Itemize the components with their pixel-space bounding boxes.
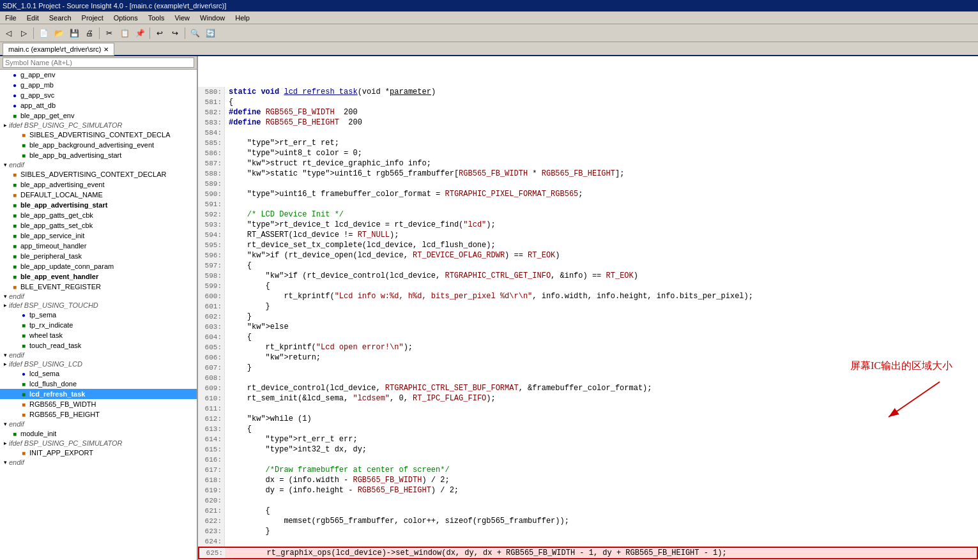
- code-line-621: 621: {: [198, 506, 978, 516]
- tree-item-touch_read_task[interactable]: ■touch_read_task: [0, 340, 197, 351]
- cut-button[interactable]: ✂: [102, 26, 116, 40]
- tree-expander-endif1[interactable]: ▾: [1, 161, 9, 169]
- paste-button[interactable]: 📌: [133, 26, 147, 40]
- tree-expander-endif2[interactable]: ▾: [1, 292, 9, 300]
- tree-item-ifdef_lcd[interactable]: ▸ifdef BSP_USING_LCD: [0, 359, 197, 368]
- search-button[interactable]: 🔍: [188, 26, 202, 40]
- tree-label-endif2: endif: [9, 292, 24, 300]
- tree-item-RGB565_FB_HEIGHT[interactable]: ■RGB565_FB_HEIGHT: [0, 409, 197, 420]
- tree-item-DEFAULT_LOCAL_NAME[interactable]: ■DEFAULT_LOCAL_NAME: [0, 190, 197, 200]
- tree-item-ble_app_get_env[interactable]: ■ble_app_get_env: [0, 110, 197, 121]
- tree-item-ble_peripheral_task[interactable]: ■ble_peripheral_task: [0, 251, 197, 261]
- forward-button[interactable]: ▷: [17, 26, 31, 40]
- menu-window[interactable]: Window: [197, 13, 227, 22]
- tree-item-ifdef_touchd[interactable]: ▸ifdef BSP_USING_TOUCHD: [0, 301, 197, 310]
- tree-item-SIBLES_ADVERTISING_CONTEXT_DECLAR[interactable]: ■SIBLES_ADVERTISING_CONTEXT_DECLAR: [0, 169, 197, 179]
- tree-item-ble_app_advertising_event[interactable]: ■ble_app_advertising_event: [0, 179, 197, 190]
- tree-label-g_app_env: g_app_env: [20, 71, 55, 79]
- tree-label-ble_app_gatts_set_cbk: ble_app_gatts_set_cbk: [20, 222, 93, 229]
- tree-item-lcd_refresh_task[interactable]: ■lcd_refresh_task: [0, 389, 197, 399]
- line-content-615: "type">int32_t dx, dy;: [225, 444, 978, 455]
- tree-item-ble_app_gatts_get_cbk[interactable]: ■ble_app_gatts_get_cbk: [0, 210, 197, 220]
- new-button[interactable]: 📄: [36, 26, 50, 40]
- tree-item-endif3[interactable]: ▾endif: [0, 351, 197, 359]
- left-panel: ●g_app_env●g_app_mb●g_app_svc●app_att_db…: [0, 56, 198, 560]
- tree-expander-ifdef_pc2[interactable]: ▸: [1, 439, 9, 447]
- code-line-602: 602: }: [198, 312, 978, 322]
- tree-item-tp_rx_indicate[interactable]: ■tp_rx_indicate: [0, 320, 197, 330]
- menu-search[interactable]: Search: [47, 13, 74, 22]
- code-panel[interactable]: 580:static void lcd_refresh_task(void *p…: [198, 56, 978, 560]
- tree-item-lcd_sema[interactable]: ●lcd_sema: [0, 368, 197, 379]
- tree-item-lcd_flush_done[interactable]: ■lcd_flush_done: [0, 379, 197, 389]
- tree-item-INIT_APP_EXPORT[interactable]: ■INIT_APP_EXPORT: [0, 448, 197, 458]
- tree-item-SIBLES_ADVERTISING_CONTEXT_DECLA1[interactable]: ■SIBLES_ADVERTISING_CONTEXT_DECLA: [0, 130, 197, 140]
- tree-icon-SIBLES_ADVERTISING_CONTEXT_DECLA1: ■: [19, 130, 28, 139]
- menu-file[interactable]: File: [3, 13, 19, 22]
- line-content-608: [225, 373, 978, 383]
- code-line-601: 601: }: [198, 301, 978, 312]
- tree-item-endif5[interactable]: ▾endif: [0, 458, 197, 467]
- tree-label-endif3: endif: [9, 351, 24, 359]
- tree-item-wheel_task[interactable]: ■wheel task: [0, 330, 197, 340]
- tree-icon-touch_read_task: ■: [19, 341, 28, 350]
- save-button[interactable]: 💾: [67, 26, 81, 40]
- tab-close-button[interactable]: ✕: [103, 46, 109, 53]
- tree-expander-endif3[interactable]: ▾: [1, 351, 9, 359]
- tree-item-ble_app_bg_advertising_start[interactable]: ■ble_app_bg_advertising_start: [0, 150, 197, 160]
- symbol-search-input[interactable]: [3, 57, 194, 68]
- open-button[interactable]: 📂: [52, 26, 66, 40]
- line-number-594: 594:: [198, 230, 225, 240]
- tree-item-ifdef_pc2[interactable]: ▸ifdef BSP_USING_PC_SIMULATOR: [0, 439, 197, 448]
- tree-item-BLE_EVENT_REGISTER[interactable]: ■BLE_EVENT_REGISTER: [0, 282, 197, 292]
- code-line-596: 596: "kw">if (rt_device_open(lcd_device,…: [198, 250, 978, 261]
- menu-edit[interactable]: Edit: [24, 13, 42, 22]
- tree-expander-endif4[interactable]: ▾: [1, 420, 9, 428]
- tree-icon-RGB565_FB_WIDTH: ■: [19, 400, 28, 409]
- tree-item-endif1[interactable]: ▾endif: [0, 160, 197, 169]
- undo-button[interactable]: ↩: [153, 26, 167, 40]
- line-number-590: 590:: [198, 189, 225, 199]
- menu-project[interactable]: Project: [79, 13, 106, 22]
- tree-item-ble_app_advertising_start[interactable]: ■ble_app_advertising_start: [0, 200, 197, 210]
- tree-expander-endif5[interactable]: ▾: [1, 458, 9, 466]
- tree-item-endif2[interactable]: ▾endif: [0, 292, 197, 301]
- tree-item-g_app_env[interactable]: ●g_app_env: [0, 70, 197, 80]
- tree-icon-lcd_flush_done: ■: [19, 379, 28, 388]
- redo-button[interactable]: ↪: [168, 26, 182, 40]
- tree-item-app_att_db[interactable]: ●app_att_db: [0, 100, 197, 110]
- tree-item-RGB565_FB_WIDTH[interactable]: ■RGB565_FB_WIDTH: [0, 399, 197, 409]
- tree-item-ifdef_bsp1[interactable]: ▸ifdef BSP_USING_PC_SIMULATOR: [0, 121, 197, 130]
- menu-options[interactable]: Options: [111, 13, 141, 22]
- tree-item-ble_app_event_handler[interactable]: ■ble_app_event_handler: [0, 271, 197, 282]
- tree-expander-ifdef_bsp1[interactable]: ▸: [1, 121, 9, 129]
- tree-expander-ifdef_lcd[interactable]: ▸: [1, 360, 9, 368]
- code-line-594: 594: RT_ASSERT(lcd_device != RT_NULL);: [198, 230, 978, 240]
- line-number-600: 600:: [198, 291, 225, 301]
- back-button[interactable]: ◁: [1, 26, 15, 40]
- menu-help[interactable]: Help: [233, 13, 252, 22]
- copy-button[interactable]: 📋: [118, 26, 132, 40]
- tree-item-g_app_svc[interactable]: ●g_app_svc: [0, 90, 197, 100]
- tree-expander-ifdef_touchd[interactable]: ▸: [1, 301, 9, 309]
- tree-label-ble_app_update_conn_param: ble_app_update_conn_param: [20, 262, 114, 270]
- line-number-624: 624:: [198, 536, 225, 547]
- tab-main[interactable]: main.c (example\rt_driver\src) ✕: [3, 43, 114, 56]
- tree-item-ble_app_service_init[interactable]: ■ble_app_service_init: [0, 231, 197, 241]
- tree-icon-lcd_refresh_task: ■: [19, 390, 28, 398]
- tree-item-g_app_mb[interactable]: ●g_app_mb: [0, 80, 197, 90]
- menu-tools[interactable]: Tools: [146, 13, 167, 22]
- tree-item-endif4[interactable]: ▾endif: [0, 420, 197, 428]
- replace-button[interactable]: 🔄: [203, 26, 217, 40]
- line-content-589: [225, 179, 978, 189]
- tree-item-ble_app_update_conn_param[interactable]: ■ble_app_update_conn_param: [0, 261, 197, 271]
- tree-item-ble_app_background_advertising_event[interactable]: ■ble_app_background_advertising_event: [0, 140, 197, 150]
- tree-item-tp_sema[interactable]: ●tp_sema: [0, 310, 197, 320]
- code-line-584: 584:: [198, 128, 978, 138]
- tree-item-ble_app_gatts_set_cbk[interactable]: ■ble_app_gatts_set_cbk: [0, 220, 197, 231]
- menu-view[interactable]: View: [172, 13, 192, 22]
- print-button[interactable]: 🖨: [82, 26, 96, 40]
- tree-item-module_init[interactable]: ■module_init: [0, 428, 197, 439]
- line-number-613: 613:: [198, 424, 225, 434]
- tree-item-app_timeout_handler[interactable]: ■app_timeout_handler: [0, 241, 197, 251]
